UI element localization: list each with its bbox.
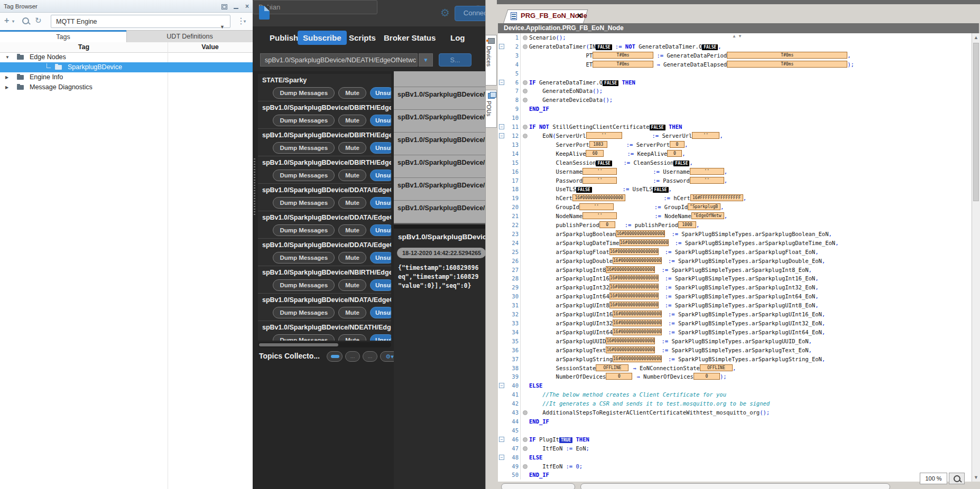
breakpoint-gutter[interactable]: [521, 239, 529, 248]
code-text[interactable]: hCert16#0000000000000000:= hCert16#FFFFF…: [529, 194, 746, 203]
side-tab-devices[interactable]: Devices: [486, 35, 497, 86]
breakpoint-gutter[interactable]: [521, 176, 529, 185]
breakpoint-gutter[interactable]: [521, 230, 529, 239]
dump-messages-button[interactable]: Dump Messages: [273, 224, 335, 236]
code-text[interactable]: GroupId'':= GroupId"SparkplugB▶,: [529, 203, 724, 212]
code-line[interactable]: 10: [498, 114, 972, 123]
code-line[interactable]: 49 ItfEoN := 0;: [498, 462, 972, 471]
code-text[interactable]: arSparkplugInt6416#0000000000000000:= Sp…: [529, 292, 819, 301]
code-line[interactable]: −48ELSE: [498, 453, 972, 462]
collapse-icon[interactable]: ▼: [5, 52, 10, 62]
unsubscribe-button[interactable]: Unsubscribe: [370, 307, 391, 318]
code-text[interactable]: arSparkplugUUID16#0000000000000000:= Spa…: [529, 337, 812, 346]
breakpoint-gutter[interactable]: [521, 328, 529, 337]
code-line[interactable]: 4 ETT#0ms ⇒ GenerateDataElapsedT#0ms);: [498, 60, 972, 69]
code-line[interactable]: 39 NumberOfDevices0⇒ NumberOfDevices0);: [498, 372, 972, 381]
message-row[interactable]: spBv1.0/SparkplugBDevice/NDEA: [394, 201, 485, 223]
dump-messages-button[interactable]: Dump Messages: [273, 115, 335, 126]
code-line[interactable]: 30 arSparkplugInt6416#0000000000000000:=…: [498, 292, 972, 301]
tab-udt-definitions[interactable]: UDT Definitions: [126, 30, 253, 42]
code-text[interactable]: arSparkplugUInt1616#0000000000000000:= S…: [529, 310, 825, 319]
topic-dropdown-icon[interactable]: ▼: [419, 53, 433, 67]
code-line[interactable]: −6IF GenerateDataTimer.QFALSE THEN: [498, 78, 972, 87]
editor-zoom-icon[interactable]: [949, 473, 965, 484]
code-line[interactable]: 44END_IF: [498, 417, 972, 426]
tab-tags[interactable]: Tags: [0, 30, 126, 42]
column-header-value[interactable]: Value: [168, 42, 253, 52]
code-text[interactable]: Scenario();: [529, 33, 566, 42]
code-line[interactable]: 31 arSparkplugUInt816#0000000000000000:=…: [498, 301, 972, 310]
code-text[interactable]: ItfEoN := EoN;: [529, 444, 589, 453]
breakpoint-gutter[interactable]: [521, 149, 529, 158]
breakpoint-gutter[interactable]: [521, 444, 529, 453]
code-line[interactable]: 18 UseTLSFALSE:= UseTLSFALSE,: [498, 185, 972, 194]
unsubscribe-button[interactable]: Unsubscribe: [370, 224, 391, 236]
kebab-caret-icon[interactable]: ▾: [244, 19, 246, 24]
breakpoint-gutter[interactable]: [521, 301, 529, 310]
nav-tab-broker-status[interactable]: Broker Status: [378, 31, 441, 45]
breakpoint-gutter[interactable]: [521, 355, 529, 364]
add-tag-button[interactable]: +: [4, 16, 9, 25]
fold-collapse-icon[interactable]: −: [499, 80, 504, 85]
nav-tab-log[interactable]: Log: [445, 31, 470, 45]
dump-messages-button[interactable]: Dump Messages: [273, 142, 335, 154]
provider-combo[interactable]: MQTT Engine ▼: [51, 15, 230, 28]
code-text[interactable]: ELSE: [529, 453, 542, 462]
breakpoint-gutter[interactable]: [521, 426, 529, 435]
code-text[interactable]: arSparkplugUInt816#0000000000000000:= Sp…: [529, 301, 819, 310]
message-row[interactable]: spBv1.0/SparkplugBDevice/DDAT: [394, 133, 485, 155]
tree-row-edge-nodes[interactable]: ▼Edge Nodes: [0, 52, 253, 62]
subscription-hscrollbar-thumb[interactable]: [259, 343, 338, 346]
breakpoint-gutter[interactable]: [521, 123, 529, 131]
breakpoint-gutter[interactable]: [521, 346, 529, 355]
mute-button[interactable]: Mute: [338, 334, 366, 341]
mute-button[interactable]: Mute: [338, 279, 366, 291]
mute-button[interactable]: Mute: [338, 87, 366, 99]
refresh-icon[interactable]: ↻: [35, 16, 42, 25]
editor-bottom-left-box[interactable]: [501, 483, 575, 489]
unsubscribe-button[interactable]: Unsubscribe: [370, 170, 391, 181]
breakpoint-gutter[interactable]: [521, 87, 529, 96]
breakpoint-gutter[interactable]: [521, 364, 529, 373]
code-text[interactable]: arSparkplugDateTime16#0000000000000000:=…: [529, 239, 838, 248]
code-text[interactable]: arSparkplugDouble16#0000000000000000:= S…: [529, 257, 825, 266]
code-text[interactable]: arSparkplugFloat16#0000000000000000:= Sp…: [529, 248, 819, 257]
scroll-up-icon[interactable]: ▲: [974, 35, 978, 40]
mute-button[interactable]: Mute: [338, 197, 366, 209]
code-line[interactable]: 29 arSparkplugInt3216#0000000000000000:=…: [498, 283, 972, 292]
fold-collapse-icon[interactable]: −: [499, 437, 504, 442]
unsubscribe-button[interactable]: Unsubscribe: [370, 115, 391, 126]
minimize-window-icon[interactable]: [234, 3, 238, 9]
mute-button[interactable]: Mute: [338, 252, 366, 264]
code-line[interactable]: 28 arSparkplugInt1616#0000000000000000:=…: [498, 274, 972, 283]
mute-button[interactable]: Mute: [338, 307, 366, 318]
dump-messages-button[interactable]: Dump Messages: [273, 170, 335, 181]
editor-zoom-level[interactable]: 100 %: [920, 473, 947, 484]
editor-vscrollbar[interactable]: ▲ ▼: [972, 33, 980, 482]
code-line[interactable]: 23 arSparkplugBoolean16#0000000000000000…: [498, 230, 972, 239]
unsubscribe-button[interactable]: Unsubscribe: [370, 334, 391, 341]
code-line[interactable]: 25 arSparkplugFloat16#0000000000000000:=…: [498, 248, 972, 257]
breakpoint-gutter[interactable]: [521, 417, 529, 426]
code-text[interactable]: arSparkplugBoolean16#0000000000000000:= …: [529, 230, 832, 239]
breakpoint-gutter[interactable]: [521, 310, 529, 319]
message-row[interactable]: spBv1.0/SparkplugBDevice/DDAT: [394, 87, 485, 110]
vscrollbar-thumb[interactable]: [973, 43, 979, 201]
breakpoint-gutter[interactable]: [521, 114, 529, 123]
dump-messages-button[interactable]: Dump Messages: [273, 197, 335, 209]
code-line[interactable]: 21 NodeName'':= NodeName"EdgeOfNetw▶,: [498, 212, 972, 221]
code-text[interactable]: Username'':= Username'',: [529, 167, 727, 176]
breakpoint-gutter[interactable]: [521, 221, 529, 230]
code-line[interactable]: 34 arSparkplugUInt6416#0000000000000000:…: [498, 328, 972, 337]
code-line[interactable]: 3 PTT#0ms := GenerateDataPeriodT#0ms,: [498, 51, 972, 60]
mute-button[interactable]: Mute: [338, 142, 366, 154]
close-window-icon[interactable]: ×: [244, 3, 251, 10]
breakpoint-gutter[interactable]: [521, 105, 529, 114]
fold-collapse-icon[interactable]: −: [499, 383, 504, 388]
code-line[interactable]: −11IF NOT StillGettingClientCertificateF…: [498, 123, 972, 131]
code-text[interactable]: //It generates a CSR and sends it to tes…: [529, 399, 770, 408]
code-line[interactable]: 19 hCert16#0000000000000000:= hCert16#FF…: [498, 194, 972, 203]
code-line[interactable]: −2GenerateDataTimer(INFALSE := NOT Gener…: [498, 42, 972, 51]
code-text[interactable]: PTT#0ms := GenerateDataPeriodT#0ms,: [529, 51, 851, 60]
code-line[interactable]: 33 arSparkplugUInt3216#0000000000000000:…: [498, 319, 972, 328]
